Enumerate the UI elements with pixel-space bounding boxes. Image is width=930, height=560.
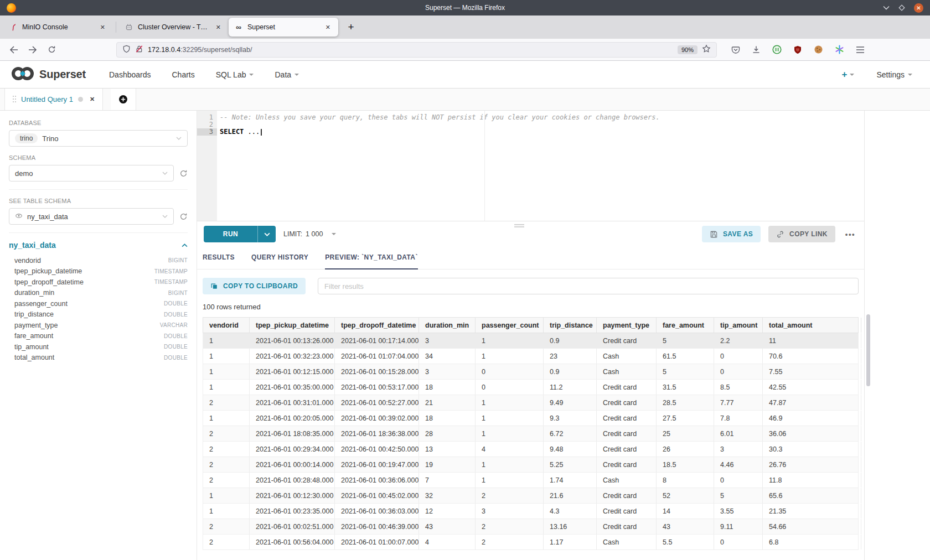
column-header[interactable]: tpep_pickup_datetime: [250, 318, 335, 333]
window-maximize-icon[interactable]: [898, 4, 905, 11]
bookmark-star-icon[interactable]: [702, 44, 711, 55]
schema-column-row[interactable]: payment_typeVARCHAR: [9, 320, 188, 331]
editor-code-area[interactable]: -- Note: Unless you save your query, the…: [217, 111, 864, 221]
table-row[interactable]: 22021-06-01 00:02:51.0002021-06-01 00:46…: [203, 519, 859, 535]
tab-close-icon[interactable]: ✕: [323, 23, 333, 32]
new-query-tab-button[interactable]: [111, 89, 136, 110]
window-close-button[interactable]: ✕: [914, 3, 923, 13]
window-titlebar: Superset — Mozilla Firefox ✕: [0, 0, 930, 15]
table-row[interactable]: 22021-06-01 18:08:35.0002021-06-01 18:36…: [203, 426, 859, 442]
table-row[interactable]: 22021-06-01 00:28:48.0002021-06-01 00:36…: [203, 473, 859, 488]
hamburger-menu-icon[interactable]: [856, 46, 865, 54]
browser-tab-superset[interactable]: ∞ Superset ✕: [229, 18, 338, 37]
scrollbar-thumb[interactable]: [866, 314, 870, 386]
query-tab-close-icon[interactable]: ✕: [90, 96, 95, 103]
table-cell: 2021-06-01 00:13:26.000: [250, 333, 335, 348]
browser-tab-trino[interactable]: Cluster Overview - Trino ✕: [119, 18, 229, 37]
run-button-label[interactable]: RUN: [204, 226, 257, 242]
table-row[interactable]: 12021-06-01 00:12:30.0002021-06-01 00:45…: [203, 488, 859, 504]
schema-column-row[interactable]: tpep_dropoff_datetimeTIMESTAMP: [9, 277, 188, 288]
tab-close-icon[interactable]: ✕: [98, 23, 107, 32]
table-cell: 3: [419, 364, 476, 379]
superset-logo-icon[interactable]: [10, 65, 35, 84]
column-header[interactable]: fare_amount: [657, 318, 714, 333]
new-tab-button[interactable]: +: [343, 19, 359, 35]
refresh-schema-icon[interactable]: [179, 169, 188, 178]
extension-asterisk-icon[interactable]: [835, 45, 844, 54]
extension-green-icon[interactable]: [772, 45, 782, 54]
expanded-table-name[interactable]: ny_taxi_data: [9, 241, 56, 250]
table-cell: 21.6: [544, 488, 597, 503]
table-select[interactable]: ny_taxi_data: [9, 208, 174, 225]
schema-column-row[interactable]: fare_amountDOUBLE: [9, 331, 188, 342]
new-item-menu[interactable]: +: [841, 69, 854, 80]
column-header[interactable]: trip_distance: [544, 318, 597, 333]
tab-list-chevron-icon[interactable]: [883, 6, 890, 10]
column-header[interactable]: total_amount: [763, 318, 861, 333]
downloads-icon[interactable]: [752, 45, 761, 54]
schema-column-row[interactable]: trip_distanceDOUBLE: [9, 309, 188, 320]
column-header[interactable]: duration_min: [419, 318, 476, 333]
nav-sql-lab[interactable]: SQL Lab: [216, 70, 254, 79]
nav-charts[interactable]: Charts: [172, 70, 195, 79]
column-header[interactable]: tip_amount: [714, 318, 763, 333]
schema-column-row[interactable]: tip_amountDOUBLE: [9, 341, 188, 352]
sql-editor[interactable]: 1 2 3 -- Note: Unless you save your quer…: [197, 111, 864, 221]
tracking-shield-icon[interactable]: [122, 45, 131, 55]
limit-dropdown[interactable]: LIMIT: 1 000: [283, 230, 336, 238]
tab-query-history[interactable]: QUERY HISTORY: [251, 253, 308, 269]
nav-dashboards[interactable]: Dashboards: [109, 70, 151, 79]
url-bar[interactable]: 172.18.0.4:32295/superset/sqllab/ 90%: [116, 42, 717, 58]
column-header[interactable]: tpep_dropoff_datetime: [335, 318, 419, 333]
column-header[interactable]: payment_type: [597, 318, 657, 333]
table-row[interactable]: 12021-06-01 00:20:05.0002021-06-01 00:39…: [203, 411, 859, 426]
pane-resize-handle[interactable]: [514, 224, 524, 229]
collapse-chevron-icon[interactable]: [182, 243, 188, 247]
table-cell: 26.76: [763, 457, 861, 472]
table-row[interactable]: 12021-06-01 00:35:00.0002021-06-01 00:53…: [203, 380, 859, 395]
tab-close-icon[interactable]: ✕: [214, 23, 223, 32]
browser-tab-minio[interactable]: MinIO Console ✕: [3, 18, 113, 37]
table-cell: 2021-06-01 00:02:51.000: [250, 519, 335, 534]
pocket-icon[interactable]: [731, 45, 740, 54]
reload-button[interactable]: [44, 43, 59, 57]
back-button[interactable]: [7, 43, 21, 57]
run-options-caret[interactable]: [257, 226, 276, 242]
ublock-shield-icon[interactable]: [793, 45, 802, 54]
save-as-button[interactable]: SAVE AS: [702, 226, 761, 242]
refresh-tables-icon[interactable]: [179, 212, 188, 221]
schema-column-row[interactable]: tpep_pickup_datetimeTIMESTAMP: [9, 266, 188, 277]
tab-results[interactable]: RESULTS: [203, 253, 235, 269]
column-header[interactable]: passenger_count: [476, 318, 544, 333]
table-row[interactable]: 12021-06-01 00:23:35.0002021-06-01 00:36…: [203, 504, 859, 519]
table-row[interactable]: 22021-06-01 00:56:04.0002021-06-01 01:00…: [203, 535, 859, 550]
table-row[interactable]: 12021-06-01 00:32:23.0002021-06-01 01:07…: [203, 349, 859, 364]
run-query-button[interactable]: RUN: [204, 226, 276, 242]
table-row[interactable]: 22021-06-01 00:29:34.0002021-06-01 00:42…: [203, 442, 859, 457]
query-tab-untitled[interactable]: Untitled Query 1 ✕: [4, 89, 103, 110]
database-select[interactable]: trino Trino: [9, 130, 188, 147]
zoom-level-badge[interactable]: 90%: [678, 45, 698, 54]
insecure-lock-icon[interactable]: [135, 45, 143, 55]
cookie-extension-icon[interactable]: [814, 45, 823, 54]
nav-data[interactable]: Data: [275, 70, 299, 79]
drag-handle-icon[interactable]: [13, 96, 16, 103]
table-row[interactable]: 12021-06-01 00:12:15.0002021-06-01 00:15…: [203, 364, 859, 380]
more-options-button[interactable]: •••: [843, 230, 857, 238]
forward-button[interactable]: [25, 43, 40, 57]
filter-results-input[interactable]: [318, 278, 859, 294]
schema-select[interactable]: demo: [9, 165, 174, 182]
table-row[interactable]: 22021-06-01 00:31:01.0002021-06-01 00:52…: [203, 395, 859, 411]
schema-column-row[interactable]: total_amountDOUBLE: [9, 352, 188, 364]
copy-link-button[interactable]: COPY LINK: [768, 226, 835, 242]
schema-column-row[interactable]: duration_minBIGINT: [9, 288, 188, 299]
schema-column-row[interactable]: vendoridBIGINT: [9, 255, 188, 266]
superset-brand[interactable]: Superset: [39, 68, 86, 81]
table-row[interactable]: 22021-06-01 00:00:14.0002021-06-01 00:19…: [203, 457, 859, 473]
column-header[interactable]: vendorid: [203, 318, 250, 333]
settings-menu[interactable]: Settings: [876, 70, 912, 79]
schema-column-row[interactable]: passenger_countDOUBLE: [9, 298, 188, 309]
copy-to-clipboard-button[interactable]: COPY TO CLIPBOARD: [203, 278, 306, 294]
tab-preview[interactable]: PREVIEW: `NY_TAXI_DATA`: [325, 253, 418, 269]
table-row[interactable]: 12021-06-01 00:13:26.0002021-06-01 00:17…: [203, 333, 859, 349]
